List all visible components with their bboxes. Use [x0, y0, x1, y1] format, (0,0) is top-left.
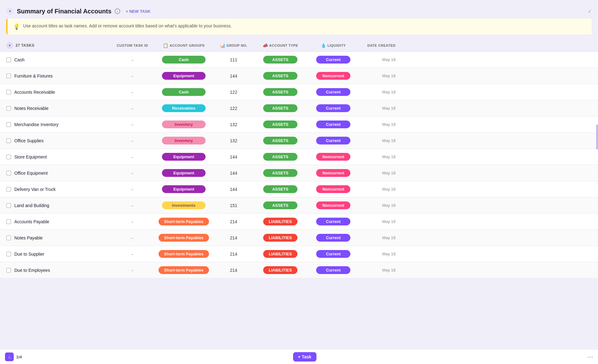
row-account-type-9: ASSETS: [252, 201, 308, 209]
row-account-type-1: ASSETS: [252, 72, 308, 80]
row-date-6: May 18: [358, 154, 396, 159]
col-header-custom-id: CUSTOM TASK ID: [112, 44, 153, 47]
row-dash-2: –: [112, 90, 153, 95]
row-dash-3: –: [112, 106, 153, 111]
liq-inner-4: Current: [316, 121, 350, 128]
row-left-13: Due to Employees: [6, 268, 112, 273]
row-liquidity-0: Current: [308, 56, 358, 64]
row-title-0[interactable]: Cash: [14, 57, 25, 62]
row-liquidity-6: Noncurrent: [308, 153, 358, 161]
collapse-button[interactable]: ▾: [6, 7, 14, 15]
collapse-icon: ▾: [9, 9, 11, 13]
col-header-account-type: 📣 ACCOUNT TYPE: [252, 43, 308, 48]
scroll-indicator: [596, 125, 598, 149]
row-title-10[interactable]: Accounts Payable: [14, 219, 49, 224]
row-checkbox-4[interactable]: [6, 122, 11, 127]
row-dash-0: –: [112, 57, 153, 62]
page-indicator: 1/4: [16, 355, 22, 359]
page-title: Summary of Financial Accounts: [17, 8, 112, 15]
row-dash-7: –: [112, 171, 153, 176]
row-account-type-0: ASSETS: [252, 56, 308, 64]
group-badge-inner-4: Inventory: [162, 121, 206, 128]
row-group-badge-9: Investments: [153, 201, 215, 209]
row-group-no-0: 111: [215, 57, 252, 62]
table-row: Store Equipment – Equipment 144 ASSETS N…: [0, 149, 598, 165]
row-date-11: May 18: [358, 235, 396, 240]
row-checkbox-8[interactable]: [6, 187, 11, 192]
table-row: Cash – Cash 111 ASSETS Current May 18: [0, 52, 598, 68]
collapse-rows-button[interactable]: ▾: [6, 42, 13, 49]
row-checkbox-0[interactable]: [6, 57, 11, 62]
liq-inner-10: Current: [316, 218, 350, 225]
row-liquidity-8: Noncurrent: [308, 185, 358, 193]
row-title-5[interactable]: Office Supplies: [14, 138, 44, 143]
row-title-9[interactable]: Land and Building: [14, 203, 49, 208]
group-badge-inner-8: Equipment: [162, 185, 206, 193]
row-group-no-4: 132: [215, 122, 252, 127]
row-liquidity-3: Current: [308, 104, 358, 112]
row-checkbox-13[interactable]: [6, 268, 11, 273]
at-inner-9: ASSETS: [263, 201, 297, 209]
row-title-11[interactable]: Notes Payable: [14, 235, 43, 240]
table-row: Accounts Payable – Short-term Payables 2…: [0, 214, 598, 230]
group-badge-inner-6: Equipment: [162, 153, 206, 161]
row-title-8[interactable]: Delivery Van or Truck: [14, 187, 56, 192]
row-checkbox-11[interactable]: [6, 235, 11, 240]
ellipsis-button[interactable]: ⋯: [587, 353, 593, 360]
row-title-1[interactable]: Furniture & Fixtures: [14, 73, 53, 78]
tip-banner: 💡 Use account titles as task names. Add …: [6, 19, 592, 35]
row-title-2[interactable]: Accounts Receivable: [14, 90, 55, 95]
home-button[interactable]: ⌂: [5, 352, 14, 361]
group-badge-inner-2: Cash: [162, 88, 206, 96]
row-title-13[interactable]: Due to Employees: [14, 268, 50, 273]
row-checkbox-2[interactable]: [6, 90, 11, 95]
at-inner-7: ASSETS: [263, 169, 297, 177]
row-left-9: Land and Building: [6, 203, 112, 208]
row-left-10: Accounts Payable: [6, 219, 112, 224]
row-date-10: May 18: [358, 219, 396, 224]
row-title-7[interactable]: Office Equipment: [14, 171, 48, 176]
row-liquidity-11: Current: [308, 234, 358, 242]
row-checkbox-3[interactable]: [6, 106, 11, 111]
row-group-no-1: 144: [215, 73, 252, 78]
liq-inner-13: Current: [316, 266, 350, 274]
row-date-1: May 18: [358, 73, 396, 78]
row-group-badge-3: Receivables: [153, 104, 215, 112]
new-task-button[interactable]: + NEW TASK: [123, 8, 153, 15]
group-badge-inner-7: Equipment: [162, 169, 206, 177]
row-title-12[interactable]: Due to Supplier: [14, 252, 45, 257]
row-date-12: May 18: [358, 252, 396, 256]
row-checkbox-12[interactable]: [6, 252, 11, 257]
add-task-button[interactable]: + Task: [293, 352, 316, 362]
info-icon[interactable]: i: [115, 8, 120, 14]
row-title-6[interactable]: Store Equipment: [14, 154, 47, 159]
row-account-type-12: LIABILITIES: [252, 250, 308, 258]
account-groups-col-icon: 📋: [163, 43, 168, 48]
row-dash-6: –: [112, 154, 153, 159]
row-checkbox-6[interactable]: [6, 154, 11, 159]
row-checkbox-5[interactable]: [6, 138, 11, 143]
row-checkbox-10[interactable]: [6, 219, 11, 224]
liq-inner-5: Current: [316, 137, 350, 144]
table-container: ▾ 27 TASKS CUSTOM TASK ID 📋 ACCOUNT GROU…: [0, 40, 598, 278]
row-account-type-11: LIABILITIES: [252, 234, 308, 242]
group-badge-inner-0: Cash: [162, 56, 206, 64]
row-left-6: Store Equipment: [6, 154, 112, 159]
row-account-type-6: ASSETS: [252, 153, 308, 161]
row-title-3[interactable]: Notes Receivable: [14, 106, 49, 111]
row-liquidity-4: Current: [308, 121, 358, 128]
table-row: Accounts Receivable – Cash 122 ASSETS Cu…: [0, 84, 598, 100]
liq-inner-2: Current: [316, 88, 350, 96]
row-checkbox-9[interactable]: [6, 203, 11, 208]
row-group-no-13: 214: [215, 268, 252, 273]
row-checkbox-1[interactable]: [6, 73, 11, 78]
row-date-4: May 18: [358, 122, 396, 127]
row-liquidity-12: Current: [308, 250, 358, 258]
tip-text: Use account titles as task names. Add or…: [23, 23, 232, 29]
col-account-groups-label: ACCOUNT GROUPS: [169, 44, 205, 47]
col-liquidity-label: LIQUIDITY: [327, 44, 346, 47]
row-title-4[interactable]: Merchandise Inventory: [14, 122, 59, 127]
at-inner-2: ASSETS: [263, 88, 297, 96]
row-checkbox-7[interactable]: [6, 171, 11, 176]
table-body: Cash – Cash 111 ASSETS Current May 18 Fu…: [0, 52, 598, 278]
